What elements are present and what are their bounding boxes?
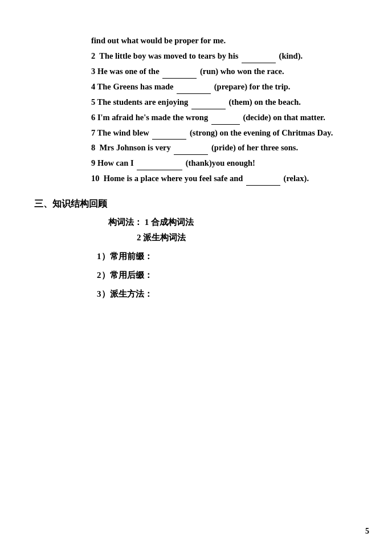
sentence-9-after: (thank)you enough! [186,158,255,167]
intro-line: find out what would be proper for me. [91,34,346,48]
sub-item-1-text: 常用前缀： [110,251,153,262]
sentence-10-after: (relax). [284,174,309,183]
blank-3 [162,64,197,79]
sentence-2: 2 The little boy was moved to tears by h… [91,49,346,63]
sentence-8: 8 Mrs Johnson is very (pride) of her thr… [91,141,346,155]
word-formation-item1: 合成构词法 [151,217,194,228]
sentence-4-before: 4 The Greens has made [91,82,175,91]
sentence-7: 7 The wind blew (strong) on the evening … [91,126,346,140]
section-title: 三、知识结构回顾 [34,198,346,210]
sentence-4: 4 The Greens has made (prepare) for the … [91,80,346,94]
blank-4 [177,80,211,94]
sentence-6-after: (decide) on that matter. [243,113,325,122]
sentence-3: 3 He was one of the (run) who won the ra… [91,64,346,79]
sentence-5-before: 5 The students are enjoying [91,97,188,106]
sentence-6: 6 I'm afraid he's made the wrong (decide… [91,110,346,125]
sub-item-2-text: 常用后缀： [110,270,153,281]
knowledge-section: 构词法： 1 合成构词法 2 派生构词法 1） 常用前缀： 2） 常用后缀： 3… [91,217,346,300]
sub-item-1-num: 1） [97,251,110,262]
sentence-2-before: 2 The little boy was moved to tears by h… [91,51,238,60]
sub-item-3-num: 3） [97,289,110,300]
sentence-7-after: (strong) on the evening of Chritmas Day. [190,128,333,137]
word-formation-label: 构词法： 1 合成构词法 [108,217,346,228]
word-formation-text: 构词法： [108,217,142,228]
word-formation-item2-row: 2 派生构词法 [137,232,346,243]
sub-item-3-text: 派生方法： [110,289,153,300]
sentence-5-after: (them) on the beach. [229,97,301,106]
blank-6 [211,110,240,125]
blank-7 [152,126,186,140]
sentence-6-before: 6 I'm afraid he's made the wrong [91,113,210,122]
sub-items-container: 1） 常用前缀： 2） 常用后缀： 3） 派生方法： [91,251,346,300]
sentence-10: 10 Home is a place where you feel safe a… [91,171,346,186]
word-formation-num2: 2 [137,233,143,243]
sentence-4-after: (prepare) for the trip. [214,82,291,91]
word-formation-num1: 1 [142,218,151,227]
sub-item-3: 3） 派生方法： [97,289,346,300]
sentence-3-after: (run) who won the race. [200,67,284,76]
sub-item-2-num: 2） [97,270,110,281]
blank-8 [174,141,208,155]
sentence-10-before: 10 Home is a place where you feel safe a… [91,174,245,183]
sentence-2-after: (kind). [279,51,303,60]
exercise-content: find out what would be proper for me. 2 … [91,34,346,186]
page-number: 5 [365,527,369,536]
sentence-9: 9 How can I (thank)you enough! [91,156,346,170]
sentence-5: 5 The students are enjoying (them) on th… [91,95,346,109]
sentence-8-before: 8 Mrs Johnson is very [91,143,171,152]
sentence-3-before: 3 He was one of the [91,67,161,76]
sentence-7-before: 7 The wind blew [91,128,151,137]
blank-9 [137,156,182,170]
sub-item-2: 2） 常用后缀： [97,270,346,281]
blank-5 [191,95,226,109]
blank-10 [246,171,280,186]
page: find out what would be proper for me. 2 … [0,0,392,553]
blank-2 [242,49,276,63]
sentence-8-after: (pride) of her three sons. [211,143,298,152]
sub-item-1: 1） 常用前缀： [97,251,346,262]
sentence-9-before: 9 How can I [91,158,136,167]
word-formation-item2: 派生构词法 [143,232,186,243]
